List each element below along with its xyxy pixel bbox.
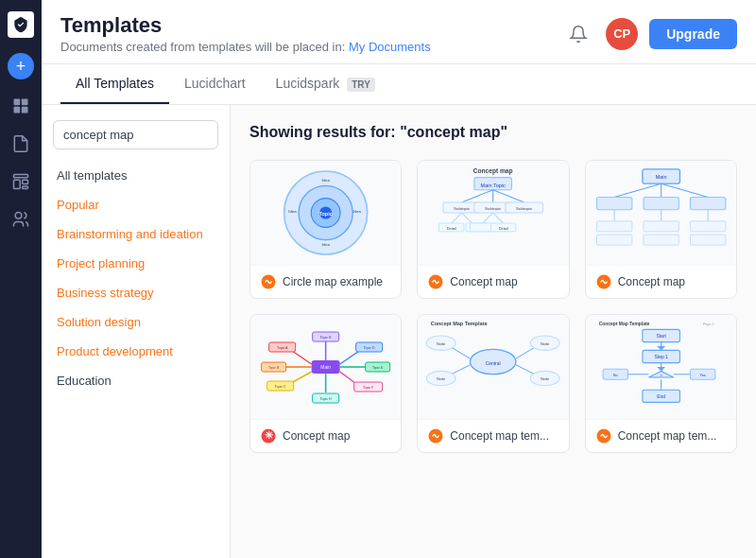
results-header: Showing results for: "concept map" <box>249 124 737 141</box>
svg-text:Subtopic: Subtopic <box>454 206 471 211</box>
svg-rect-58 <box>644 221 679 232</box>
svg-text:Topic E: Topic E <box>372 366 384 370</box>
template-preview-1: Topic Idea Idea Idea Idea <box>250 161 401 265</box>
sidebar-item-brainstorming[interactable]: Brainstorming and ideation <box>42 219 230 249</box>
svg-line-40 <box>493 213 504 223</box>
nav-doc-icon[interactable] <box>6 129 36 159</box>
svg-rect-61 <box>690 235 725 245</box>
sidebar-item-popular[interactable]: Popular <box>42 190 230 219</box>
svg-text:Idea: Idea <box>288 209 297 214</box>
sidebar: All templates Popular Brainstorming and … <box>42 105 231 558</box>
svg-text:Idea: Idea <box>321 242 330 247</box>
main-content: Templates Documents created from templat… <box>42 0 756 558</box>
svg-line-24 <box>462 190 493 202</box>
template-preview-3: Main <box>586 161 736 265</box>
main-panel: Showing results for: "concept map" Topic… <box>231 105 756 558</box>
tab-all-templates[interactable]: All Templates <box>60 64 169 104</box>
svg-text:Subtopic: Subtopic <box>516 206 533 211</box>
template-card-5[interactable]: Concept Map Template Central Node <box>417 314 569 453</box>
svg-text:Detail: Detail <box>447 227 456 231</box>
template-footer-5: Concept map tem... <box>418 419 568 452</box>
svg-line-47 <box>614 183 662 197</box>
top-header: Templates Documents created from templat… <box>42 0 756 64</box>
lucidspark-badge: TRY <box>347 78 375 92</box>
svg-rect-51 <box>644 198 679 210</box>
template-name-5: Concept map tem... <box>450 429 549 443</box>
svg-point-8 <box>15 213 22 219</box>
subtitle-text: Documents created from templates will be… <box>60 40 345 54</box>
tab-lucidchart[interactable]: Lucidchart <box>169 64 261 104</box>
svg-text:Node: Node <box>541 377 549 381</box>
notifications-button[interactable] <box>562 18 594 50</box>
svg-marker-116 <box>657 367 665 371</box>
sidebar-item-business-strategy[interactable]: Business strategy <box>42 278 230 307</box>
template-name-2: Concept map <box>450 275 517 288</box>
template-name-4: Concept map <box>283 429 350 443</box>
header-subtitle: Documents created from templates will be… <box>60 40 431 54</box>
template-footer-3: Concept map <box>586 265 736 298</box>
nav-home-icon[interactable] <box>6 91 36 121</box>
template-preview-6: Concept Map Template Page 1 Start Step 1 <box>586 315 736 419</box>
template-preview-5: Concept Map Template Central Node <box>418 315 568 419</box>
svg-text:Central: Central <box>486 361 501 366</box>
sidebar-item-project-planning[interactable]: Project planning <box>42 249 230 278</box>
template-card-3[interactable]: Main <box>585 160 737 299</box>
template-card-1[interactable]: Topic Idea Idea Idea Idea Circle map exa… <box>249 160 402 299</box>
nav-template-icon[interactable] <box>6 166 36 197</box>
lucidchart-icon-2 <box>427 273 444 290</box>
svg-text:Topic A: Topic A <box>277 346 288 350</box>
sidebar-item-education[interactable]: Education <box>42 366 230 395</box>
header-left: Templates Documents created from templat… <box>60 13 431 54</box>
asterisk-icon-4: ✳ <box>260 427 277 445</box>
my-documents-link[interactable]: My Documents <box>349 40 431 54</box>
svg-text:Detail: Detail <box>499 227 508 231</box>
svg-text:Topic H: Topic H <box>320 397 332 401</box>
sidebar-item-all-templates[interactable]: All templates <box>42 161 230 190</box>
lucidchart-icon-1 <box>260 273 277 290</box>
svg-text:Main: Main <box>320 364 331 370</box>
svg-text:Main: Main <box>655 174 666 180</box>
svg-text:Topic D: Topic D <box>364 346 375 350</box>
svg-rect-7 <box>23 186 28 189</box>
svg-rect-5 <box>14 180 21 188</box>
svg-text:Node: Node <box>541 342 549 346</box>
svg-text:Step 1: Step 1 <box>654 355 668 359</box>
svg-text:✳: ✳ <box>265 429 274 441</box>
svg-line-33 <box>452 213 462 223</box>
svg-rect-0 <box>14 99 21 106</box>
svg-text:Idea: Idea <box>321 178 330 183</box>
svg-rect-52 <box>690 198 725 210</box>
template-card-4[interactable]: Main Topic A Topic B Topic C <box>249 314 402 453</box>
tab-lucidspark[interactable]: Lucidspark TRY <box>261 64 390 104</box>
sidebar-item-product-development[interactable]: Product development <box>42 337 230 366</box>
header-right: CP Upgrade <box>562 18 737 50</box>
sidebar-item-solution-design[interactable]: Solution design <box>42 307 230 337</box>
add-button[interactable]: + <box>8 53 34 79</box>
template-card-6[interactable]: Concept Map Template Page 1 Start Step 1 <box>585 314 737 453</box>
svg-rect-6 <box>23 180 28 183</box>
tabs-bar: All Templates Lucidchart Lucidspark TRY <box>42 64 756 105</box>
template-preview-2: Concept map Main Topic Subtopic Subtopic <box>418 161 568 265</box>
svg-rect-2 <box>14 107 21 113</box>
svg-line-39 <box>483 213 493 223</box>
svg-text:Node: Node <box>437 342 445 346</box>
nav-people-icon[interactable] <box>6 204 36 235</box>
svg-text:Subtopic: Subtopic <box>485 206 502 211</box>
template-preview-4: Main Topic A Topic B Topic C <box>250 315 401 419</box>
search-box <box>53 120 218 149</box>
svg-text:Page 1: Page 1 <box>702 323 713 326</box>
svg-text:No: No <box>612 374 617 377</box>
svg-rect-60 <box>690 221 725 232</box>
svg-rect-57 <box>596 235 631 245</box>
lucidchart-icon-6 <box>595 427 612 445</box>
svg-text:Idea: Idea <box>352 209 361 214</box>
template-footer-1: Circle map example <box>250 265 401 298</box>
svg-marker-112 <box>657 346 665 350</box>
svg-text:Topic G: Topic G <box>320 336 332 340</box>
svg-line-34 <box>462 213 472 223</box>
svg-text:Main Topic: Main Topic <box>481 183 506 188</box>
template-card-2[interactable]: Concept map Main Topic Subtopic Subtopic <box>417 160 569 299</box>
upgrade-button[interactable]: Upgrade <box>649 19 737 49</box>
search-input[interactable] <box>54 121 218 148</box>
svg-text:Concept Map Template: Concept Map Template <box>598 322 649 326</box>
